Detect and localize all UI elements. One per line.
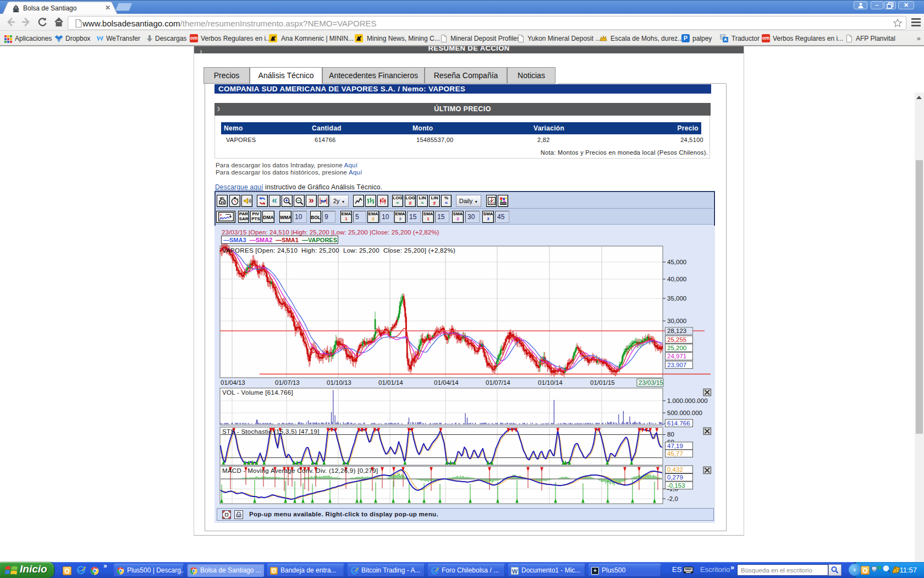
- svg-text:01/10/14: 01/10/14: [538, 379, 563, 386]
- svg-text:614.766: 614.766: [667, 420, 690, 427]
- svg-text:VOL - Volume [614.766]: VOL - Volume [614.766]: [222, 389, 293, 396]
- svg-text:47,19: 47,19: [667, 443, 683, 449]
- svg-text:01/07/13: 01/07/13: [275, 379, 300, 386]
- svg-text:23,907: 23,907: [667, 362, 686, 368]
- svg-text:24,971: 24,971: [667, 353, 686, 359]
- svg-text:28,123: 28,123: [667, 328, 686, 334]
- svg-text:01/01/15: 01/01/15: [590, 379, 615, 386]
- svg-text:+: +: [219, 212, 222, 217]
- svg-text:35,000: 35,000: [667, 295, 686, 302]
- svg-text:1.000.000.000: 1.000.000.000: [667, 397, 708, 404]
- svg-text:STS - Stochastic (15,3,5) [47,: STS - Stochastic (15,3,5) [47,19]: [222, 428, 320, 435]
- svg-text:01/01/14: 01/01/14: [378, 379, 403, 386]
- svg-text:01/04/13: 01/04/13: [221, 379, 245, 386]
- svg-text:25,255: 25,255: [667, 336, 686, 343]
- svg-text:23/03/15: 23/03/15: [639, 379, 663, 386]
- svg-text:0,279: 0,279: [667, 474, 683, 481]
- svg-text:30,000: 30,000: [667, 318, 686, 324]
- svg-text:40,000: 40,000: [667, 276, 686, 282]
- svg-text:01/10/13: 01/10/13: [327, 379, 351, 386]
- svg-text:25,200: 25,200: [667, 345, 686, 351]
- svg-text:45,000: 45,000: [667, 259, 686, 265]
- svg-text:MACD - Moving Average Conv. Di: MACD - Moving Average Conv. Div. (12,26,…: [222, 467, 378, 474]
- svg-text:500.000.000: 500.000.000: [667, 410, 702, 416]
- svg-text:01/07/14: 01/07/14: [486, 379, 510, 386]
- svg-text:80: 80: [667, 431, 674, 438]
- svg-text:-2,0: -2,0: [667, 495, 678, 502]
- svg-text:VAPORES [Open: 24,510 High: 2: VAPORES [Open: 24,510 High: 25,200 Low: …: [222, 247, 455, 254]
- svg-text:01/04/14: 01/04/14: [434, 379, 459, 386]
- svg-text:45,77: 45,77: [667, 450, 683, 457]
- svg-text:0,432: 0,432: [667, 466, 683, 473]
- svg-text:-0,153: -0,153: [667, 482, 685, 489]
